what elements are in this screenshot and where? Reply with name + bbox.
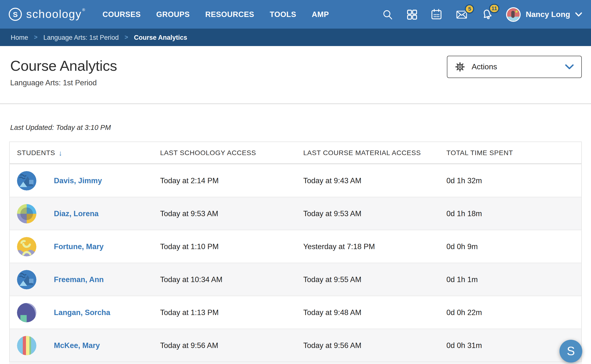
table-row: McKee, Mary Today at 9:56 AM Today at 9:…: [10, 329, 581, 362]
student-link[interactable]: Davis, Jimmy: [54, 176, 102, 185]
calendar-icon[interactable]: [431, 8, 443, 20]
column-header-students[interactable]: STUDENTS ↓: [10, 149, 160, 157]
user-avatar: [506, 7, 521, 22]
column-header-last-schoology-access[interactable]: LAST SCHOOLOGY ACCESS: [160, 149, 303, 157]
stripes-avatar: [17, 336, 36, 355]
total-time-value: 0d 0h 22m: [446, 308, 581, 317]
blue-mountains-avatar: [17, 171, 36, 190]
messages-count-badge: 5: [465, 4, 474, 13]
actions-button[interactable]: Actions: [447, 56, 582, 78]
nav-link-tools[interactable]: TOOLS: [270, 10, 296, 19]
total-time-value: 0d 1h 32m: [446, 176, 581, 185]
table-row: Davis, Jimmy Today at 2:14 PM Today at 9…: [10, 164, 581, 197]
apps-grid-icon[interactable]: [406, 8, 418, 20]
student-link[interactable]: Fortune, Mary: [54, 242, 104, 251]
nav-link-courses[interactable]: COURSES: [103, 10, 141, 19]
last-updated-text: Last Updated: Today at 3:10 PM: [10, 124, 591, 131]
yellow-waves-avatar: [17, 237, 36, 256]
nav-link-resources[interactable]: RESOURCES: [205, 10, 254, 19]
breadcrumb-separator: >: [124, 34, 128, 41]
table-row: Freeman, Ann Today at 10:34 AM Today at …: [10, 263, 581, 296]
schoology-logo[interactable]: S schoology®: [9, 8, 85, 21]
last-schoology-access-value: Today at 9:53 AM: [160, 209, 303, 218]
last-schoology-access-value: Today at 1:10 PM: [160, 242, 303, 251]
table-header-row: STUDENTS ↓ LAST SCHOOLOGY ACCESS LAST CO…: [10, 142, 581, 164]
page-header: Course Analytics Language Arts: 1st Peri…: [0, 46, 591, 103]
nav-utilities: 5 11: [382, 7, 582, 22]
schoology-course-analytics-page: S schoology® COURSES GROUPS RESOURCES TO…: [0, 0, 591, 364]
section-divider: [0, 103, 591, 104]
last-material-access-value: Today at 9:56 AM: [303, 341, 446, 350]
schoology-floating-button[interactable]: S: [559, 340, 582, 363]
breadcrumb-current: Course Analytics: [134, 34, 187, 41]
student-link[interactable]: Langan, Sorcha: [54, 308, 110, 317]
purple-crescent-avatar: [17, 303, 36, 322]
schoology-s-icon: S: [9, 8, 22, 21]
breadcrumb-home[interactable]: Home: [11, 34, 28, 41]
next-row-partial: [9, 362, 582, 364]
last-material-access-value: Today at 9:55 AM: [303, 275, 446, 284]
nav-links: COURSES GROUPS RESOURCES TOOLS AMP: [103, 10, 329, 19]
last-material-access-value: Today at 9:53 AM: [303, 209, 446, 218]
last-schoology-access-value: Today at 1:13 PM: [160, 308, 303, 317]
nav-link-groups[interactable]: GROUPS: [156, 10, 190, 19]
last-schoology-access-value: Today at 2:14 PM: [160, 176, 303, 185]
breadcrumb-course[interactable]: Language Arts: 1st Period: [43, 34, 119, 41]
schoology-wordmark: schoology®: [26, 8, 85, 21]
messages-icon[interactable]: 5: [455, 8, 468, 20]
breadcrumb-separator: >: [34, 34, 38, 41]
table-row: Diaz, Lorena Today at 9:53 AM Today at 9…: [10, 197, 581, 230]
sort-desc-icon: ↓: [58, 149, 62, 157]
actions-button-label: Actions: [472, 63, 497, 71]
notifications-icon[interactable]: 11: [481, 8, 494, 21]
notifications-count-badge: 11: [489, 4, 500, 13]
column-header-total-time-spent[interactable]: TOTAL TIME SPENT: [446, 149, 581, 157]
user-name: Nancy Long: [526, 10, 570, 19]
course-analytics-table: STUDENTS ↓ LAST SCHOOLOGY ACCESS LAST CO…: [9, 142, 582, 362]
last-schoology-access-value: Today at 10:34 AM: [160, 275, 303, 284]
search-icon[interactable]: [382, 8, 394, 20]
table-row: Langan, Sorcha Today at 1:13 PM Today at…: [10, 296, 581, 329]
last-schoology-access-value: Today at 9:56 AM: [160, 341, 303, 350]
last-material-access-value: Today at 9:48 AM: [303, 308, 446, 317]
student-link[interactable]: Freeman, Ann: [54, 275, 104, 284]
total-time-value: 0d 0h 9m: [446, 242, 581, 251]
last-material-access-value: Yesterday at 7:18 PM: [303, 242, 446, 251]
student-link[interactable]: Diaz, Lorena: [54, 209, 98, 218]
nav-link-amp[interactable]: AMP: [312, 10, 329, 19]
user-menu[interactable]: Nancy Long: [506, 7, 582, 22]
page-subtitle: Language Arts: 1st Period: [10, 79, 582, 87]
blue-mountains-avatar: [17, 270, 36, 289]
column-header-last-course-material-access[interactable]: LAST COURSE MATERIAL ACCESS: [303, 149, 446, 157]
quadrants-avatar: [17, 204, 36, 223]
actions-chevron-down-icon: [565, 64, 574, 70]
top-nav: S schoology® COURSES GROUPS RESOURCES TO…: [0, 0, 591, 29]
last-material-access-value: Today at 9:43 AM: [303, 176, 446, 185]
user-chevron-down-icon: [575, 12, 582, 17]
total-time-value: 0d 1h 1m: [446, 275, 581, 284]
breadcrumb: Home > Language Arts: 1st Period > Cours…: [0, 29, 591, 46]
student-link[interactable]: McKee, Mary: [54, 341, 100, 350]
total-time-value: 0d 1h 18m: [446, 209, 581, 218]
table-row: Fortune, Mary Today at 1:10 PM Yesterday…: [10, 230, 581, 263]
gear-icon: [455, 62, 465, 72]
